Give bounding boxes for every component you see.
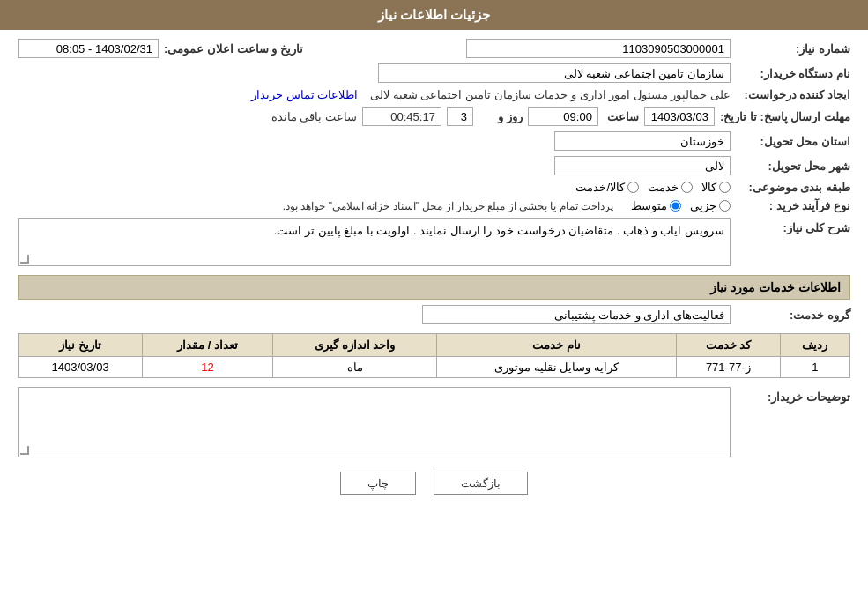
- nam-dastgah-label: نام دستگاه خریدار:: [736, 67, 850, 80]
- col-radif: ردیف: [780, 334, 849, 357]
- mohlat-time: 09:00: [528, 107, 598, 126]
- sharh-value: سرویس ایاب و ذهاب . متقاضیان درخواست خود…: [274, 224, 724, 237]
- radio-kala[interactable]: [719, 182, 731, 193]
- mohlat-label: مهلت ارسال پاسخ: تا تاریخ:: [720, 110, 850, 123]
- col-vahed: واحد اندازه گیری: [272, 334, 436, 357]
- radio-motavasset-label: متوسط: [631, 199, 667, 212]
- mohlat-date: 1403/03/03: [644, 107, 715, 126]
- mohlat-remaining-label: ساعت باقی مانده: [271, 110, 357, 123]
- nam-dastgah-value: سازمان تامین اجتماعی شعبه لالی: [378, 63, 731, 83]
- radio-jezyi-label: جزیی: [690, 199, 716, 212]
- cell-tedad: 12: [143, 357, 273, 378]
- purchase-note: پرداخت تمام یا بخشی از مبلغ خریدار از مح…: [283, 200, 613, 212]
- ijad-label: ایجاد کننده درخواست:: [736, 88, 850, 101]
- radio-motavasset[interactable]: [670, 200, 681, 212]
- tarikh-label: تاریخ و ساعت اعلان عمومی:: [164, 42, 303, 56]
- radio-kala-khadamat-label: کالا/خدمت: [575, 181, 625, 194]
- page-header: جزئیات اطلاعات نیاز: [0, 0, 868, 30]
- radio-jezyi-item: جزیی: [690, 199, 731, 212]
- cell-kod: ز-77-771: [676, 357, 780, 378]
- radio-kala-khadamat-item: کالا/خدمت: [575, 181, 639, 194]
- saat-label: ساعت: [604, 110, 639, 123]
- radio-khadamat[interactable]: [681, 182, 693, 193]
- radio-khadamat-item: خدمت: [648, 181, 693, 194]
- cell-tarikh: 1403/03/03: [19, 357, 143, 378]
- gorohe-label: گروه خدمت:: [736, 308, 850, 322]
- col-kod: کد خدمت: [676, 334, 780, 357]
- cell-radif: 1: [780, 357, 849, 378]
- print-button[interactable]: چاپ: [340, 472, 416, 495]
- ijad-link[interactable]: اطلاعات تماس خریدار: [251, 88, 358, 101]
- tarikh-value: 1403/02/31 - 08:05: [18, 39, 159, 58]
- table-row: 1 ز-77-771 کرایه وسایل نقلیه موتوری ماه …: [19, 357, 850, 378]
- col-nam: نام خدمت: [437, 334, 677, 357]
- sharh-label: شرح کلی نیاز:: [736, 218, 850, 234]
- ijad-value: علی جمالپور مسئول امور اداری و خدمات ساز…: [370, 88, 731, 101]
- tabaghe-label: طبقه بندی موضوعی:: [736, 181, 850, 194]
- shahr-label: شهر محل تحویل:: [736, 160, 850, 173]
- col-tedad: تعداد / مقدار: [143, 334, 273, 357]
- toseih-label: توضیحات خریدار:: [736, 387, 850, 404]
- radio-motavasset-item: متوسط: [631, 199, 681, 212]
- radio-jezyi[interactable]: [719, 200, 731, 212]
- back-button[interactable]: بازگشت: [434, 472, 528, 495]
- mohlat-remaining: 00:45:17: [362, 107, 441, 126]
- page-title: جزئیات اطلاعات نیاز: [378, 7, 490, 22]
- rooz-label: روز و: [479, 110, 523, 123]
- shahr-value: لالی: [554, 156, 731, 175]
- ostan-value: خوزستان: [554, 131, 731, 151]
- mohlat-days: 3: [447, 107, 473, 126]
- shomare-niaz-label: شماره نیاز:: [736, 42, 850, 56]
- noe-farayand-label: نوع فرآیند خرید :: [736, 199, 850, 212]
- shomare-niaz-value: 1103090503000001: [466, 39, 731, 58]
- col-tarikh: تاریخ نیاز: [19, 334, 143, 357]
- services-table: ردیف کد خدمت نام خدمت واحد اندازه گیری ت…: [18, 333, 850, 378]
- radio-khadamat-label: خدمت: [648, 181, 679, 194]
- resize-handle: [20, 255, 29, 264]
- cell-nam: کرایه وسایل نقلیه موتوری: [437, 357, 677, 378]
- toseih-resize-handle: [20, 446, 29, 455]
- radio-kala-item: کالا: [701, 181, 731, 194]
- gorohe-value: فعالیت‌های اداری و خدمات پشتیبانی: [422, 305, 731, 324]
- radio-kala-khadamat[interactable]: [627, 182, 639, 193]
- ostan-label: استان محل تحویل:: [736, 135, 850, 148]
- cell-vahed: ماه: [272, 357, 436, 378]
- khadamat-section-header: اطلاعات خدمات مورد نیاز: [18, 275, 850, 300]
- radio-kala-label: کالا: [701, 181, 716, 194]
